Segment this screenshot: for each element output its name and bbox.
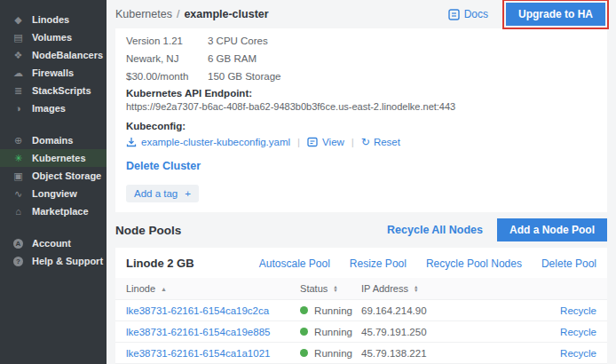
column-header-ip-address[interactable]: IP Address ▲▼ <box>361 283 493 294</box>
kubeconfig-actions: example-cluster-kubeconfig.yaml | View |… <box>126 136 596 148</box>
kubernetes-icon: ✳ <box>12 153 25 164</box>
sidebar-item-label: Marketplace <box>32 206 89 217</box>
sidebar-item-label: Images <box>32 103 66 114</box>
volumes-icon: ▤ <box>12 32 25 44</box>
add-node-pool-button[interactable]: Add a Node Pool <box>497 218 607 241</box>
kubeconfig-view-link[interactable]: View <box>307 137 344 147</box>
sort-icon: ▲▼ <box>414 285 418 293</box>
kubeconfig-file-label: example-cluster-kubeconfig.yaml <box>141 137 290 147</box>
help-icon: ? <box>12 257 25 266</box>
add-tag-label: Add a tag <box>134 188 178 199</box>
autoscale-pool-link[interactable]: Autoscale Pool <box>259 257 330 270</box>
kubeconfig-label: Kubeconfig: <box>126 121 596 131</box>
cluster-region: Newark, NJ <box>126 53 208 64</box>
divider: | <box>297 137 300 147</box>
sidebar-item-label: Volumes <box>32 32 72 43</box>
marketplace-icon: ⌂ <box>12 206 25 217</box>
sidebar-group-compute: ◆Linodes ▤Volumes ❖NodeBalancers ☁Firewa… <box>0 11 107 117</box>
resize-pool-link[interactable]: Resize Pool <box>350 257 407 270</box>
docs-link[interactable]: Docs <box>448 8 488 20</box>
breadcrumb-separator: / <box>177 8 179 20</box>
plus-icon: + <box>185 188 191 199</box>
sidebar-item-images[interactable]: ◑Images <box>0 99 107 117</box>
sort-icon: ▲▼ <box>333 285 337 293</box>
recycle-node-link[interactable]: Recycle <box>560 348 596 359</box>
node-pools-title: Node Pools <box>115 224 181 237</box>
recycle-node-link[interactable]: Recycle <box>560 305 596 316</box>
firewalls-icon: ☁ <box>12 67 25 79</box>
column-label: Status <box>300 283 328 294</box>
node-link[interactable]: lke38731-62161-6154ca19c2ca <box>126 305 269 316</box>
column-header-status[interactable]: Status ▲▼ <box>300 283 361 294</box>
recycle-all-nodes-link[interactable]: Recycle All Nodes <box>387 224 483 236</box>
kubeconfig-view-label: View <box>322 137 344 147</box>
node-link[interactable]: lke38731-62161-6154ca1a1021 <box>126 348 270 359</box>
cluster-summary-card: Version 1.213 CPU Cores Newark, NJ6 GB R… <box>115 28 607 212</box>
pool-header: Linode 2 GB Autoscale Pool Resize Pool R… <box>115 248 607 278</box>
sidebar-item-object-storage[interactable]: ▣Object Storage <box>0 167 107 185</box>
main-content: Kubernetes/example-cluster Docs Upgrade … <box>107 0 616 364</box>
table-row: lke38731-62161-6154ca19c2ca Running 69.1… <box>115 299 607 320</box>
sidebar-item-longview[interactable]: ∿Longview <box>0 185 107 202</box>
docs-icon <box>448 9 460 20</box>
add-tag-button[interactable]: Add a tag + <box>126 185 199 202</box>
sidebar-item-account[interactable]: AAccount <box>0 234 107 252</box>
upgrade-to-ha-button[interactable]: Upgrade to HA <box>506 3 605 26</box>
reset-icon: ↻ <box>361 136 370 148</box>
cluster-price: $30.00/month <box>126 71 208 82</box>
table-row: lke38731-62161-6154ca1a1021 Running 45.7… <box>115 342 607 363</box>
sidebar-item-stackscripts[interactable]: ≣StackScripts <box>0 82 107 99</box>
status-running-dot <box>300 349 308 357</box>
sidebar-item-label: StackScripts <box>32 85 91 96</box>
sidebar-item-marketplace[interactable]: ⌂Marketplace <box>0 202 107 220</box>
breadcrumb-section-link[interactable]: Kubernetes <box>115 8 172 20</box>
kubeconfig-download-link[interactable]: example-cluster-kubeconfig.yaml <box>126 137 290 147</box>
sidebar: ◆Linodes ▤Volumes ❖NodeBalancers ☁Firewa… <box>0 0 107 364</box>
column-header-linode[interactable]: Linode ▲ <box>126 283 300 294</box>
status-running-dot <box>300 306 308 314</box>
cluster-ram: 6 GB RAM <box>208 53 596 64</box>
sidebar-item-kubernetes[interactable]: ✳Kubernetes <box>0 149 107 167</box>
breadcrumb: Kubernetes/example-cluster <box>115 8 269 20</box>
column-label: IP Address <box>361 283 408 294</box>
sidebar-item-volumes[interactable]: ▤Volumes <box>0 28 107 46</box>
object-storage-icon: ▣ <box>12 170 25 182</box>
sidebar-group-services: ⊕Domains ✳Kubernetes ▣Object Storage ∿Lo… <box>0 131 107 220</box>
delete-pool-link[interactable]: Delete Pool <box>541 257 596 270</box>
nodebalancers-icon: ❖ <box>12 50 25 61</box>
sidebar-item-label: Help & Support <box>32 256 103 266</box>
view-icon <box>307 137 318 147</box>
sidebar-item-label: Linodes <box>32 14 69 25</box>
sidebar-item-linodes[interactable]: ◆Linodes <box>0 11 107 28</box>
kubeconfig-reset-label: Reset <box>374 137 400 147</box>
sidebar-group-account: AAccount ?Help & Support <box>0 234 107 270</box>
table-header-row: Linode ▲ Status ▲▼ IP Address ▲▼ <box>115 278 607 299</box>
linodes-icon: ◆ <box>12 14 25 26</box>
table-row: lke38731-62161-6154ca19e885 Running 45.7… <box>115 320 607 342</box>
account-icon: A <box>12 239 25 249</box>
recycle-node-link[interactable]: Recycle <box>560 327 596 337</box>
stackscripts-icon: ≣ <box>12 85 25 97</box>
sidebar-item-domains[interactable]: ⊕Domains <box>0 131 107 149</box>
recycle-pool-nodes-link[interactable]: Recycle Pool Nodes <box>426 257 522 270</box>
kubeconfig-reset-link[interactable]: ↻ Reset <box>361 136 400 148</box>
delete-cluster-link[interactable]: Delete Cluster <box>126 160 596 172</box>
sidebar-item-nodebalancers[interactable]: ❖NodeBalancers <box>0 46 107 64</box>
cluster-summary-grid: Version 1.213 CPU Cores Newark, NJ6 GB R… <box>126 36 596 82</box>
sidebar-item-help-support[interactable]: ?Help & Support <box>0 252 107 270</box>
node-link[interactable]: lke38731-62161-6154ca19e885 <box>126 327 270 337</box>
sidebar-item-firewalls[interactable]: ☁Firewalls <box>0 64 107 82</box>
pool-name: Linode 2 GB <box>126 257 194 270</box>
api-endpoint-label: Kubernetes API Endpoint: <box>126 88 596 99</box>
divider: | <box>351 137 354 147</box>
status-running-dot <box>300 328 308 336</box>
cluster-storage: 150 GB Storage <box>208 71 596 82</box>
node-ip: 45.79.138.221 <box>361 348 493 359</box>
page-title: example-cluster <box>184 8 268 20</box>
sidebar-item-label: Account <box>32 238 71 249</box>
annotation-highlight-box: Upgrade to HA <box>502 0 609 29</box>
cluster-version: Version 1.21 <box>126 36 208 46</box>
status-label: Running <box>314 327 352 337</box>
node-pools-header: Node Pools Recycle All Nodes Add a Node … <box>115 218 607 241</box>
sort-ascending-icon: ▲ <box>161 286 167 292</box>
